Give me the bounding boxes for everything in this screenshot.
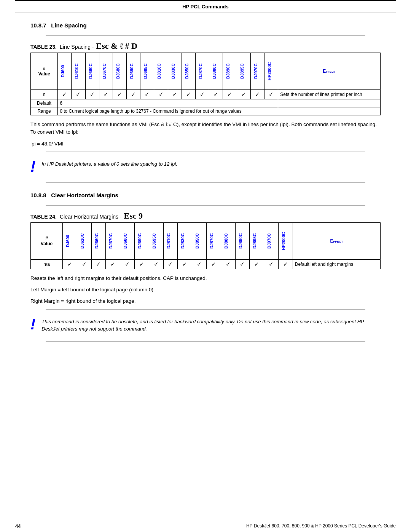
- check-na-610: ✓: [77, 259, 91, 269]
- col-dj600-23: DJ600: [58, 53, 72, 90]
- range-value-23: 0 to Current logical page length up to 3…: [58, 107, 278, 115]
- check-n-870: ✓: [196, 90, 209, 99]
- check-na-850: ✓: [192, 259, 207, 269]
- section2-body1: Resets the left and right margins to the…: [30, 275, 381, 282]
- col-dj895c-24: DJ895C: [250, 222, 264, 259]
- table-24-header-row: #Value DJ600 DJ610C DJ660C DJ670C DJ680C…: [31, 222, 381, 259]
- effect-n: Sets the number of lines printed per inc…: [278, 90, 381, 99]
- check-na-970: ✓: [264, 259, 279, 269]
- section2-body3: Right Margin = right bound of the logica…: [30, 297, 381, 305]
- check-n-830: ✓: [168, 90, 182, 99]
- effect-header-23: Effect: [278, 53, 381, 90]
- check-na-810: ✓: [163, 259, 178, 269]
- main-content: 10.8.7 Line Spacing TABLE 23. Line Spaci…: [0, 22, 411, 342]
- check-n-660: ✓: [85, 90, 99, 99]
- table-23-label: TABLE 23.: [30, 44, 57, 50]
- note-box-1: ! In HP DeskJet printers, a value of 0 s…: [30, 158, 381, 176]
- table-23-label-row: TABLE 23. Line Spacing - Esc & ℓ # D: [30, 41, 381, 51]
- check-n-970: ✓: [250, 90, 264, 99]
- col-dj670c-23: DJ670C: [99, 53, 113, 90]
- check-n-690: ✓: [127, 90, 140, 99]
- col-dj600-24: DJ600: [63, 222, 77, 259]
- col-hp2000c-24: HP2000C: [278, 222, 293, 259]
- section1-body2: lpi = 48.0/ VMI: [30, 140, 381, 148]
- table-24-container: TABLE 24. Clear Horizontal Margins - Esc…: [30, 211, 381, 269]
- row-label-na: n/a: [31, 259, 63, 269]
- col-dj890c-23: DJ890C: [223, 53, 237, 90]
- note-text-1: In HP DeskJet printers, a value of 0 set…: [41, 160, 177, 168]
- col-dj870c-24: DJ870C: [206, 222, 221, 259]
- hash-value-header-24: #Value: [31, 222, 63, 259]
- col-dj695c-24: DJ695C: [149, 222, 163, 259]
- check-n-695: ✓: [140, 90, 154, 99]
- col-dj610c-24: DJ610C: [77, 222, 91, 259]
- table-24-esc: Esc 9: [124, 211, 143, 221]
- check-na-890: ✓: [235, 259, 250, 269]
- col-dj880c-24: DJ880C: [221, 222, 235, 259]
- table-row-24-na: n/a ✓ ✓ ✓ ✓ ✓ ✓ ✓ ✓ ✓ ✓ ✓ ✓ ✓ ✓: [31, 259, 381, 269]
- check-na-870: ✓: [206, 259, 221, 269]
- check-na-2000: ✓: [278, 259, 293, 269]
- col-dj890c-24: DJ890C: [235, 222, 250, 259]
- col-dj880c-23: DJ880C: [209, 53, 223, 90]
- default-value-23: 6: [58, 99, 278, 107]
- effect-na: Default left and right margins: [293, 259, 380, 269]
- effect-header-24: Effect: [293, 222, 380, 259]
- effect-default-23: [278, 99, 381, 107]
- page-footer-area: 44 HP DeskJet 600, 700, 800, 900 & HP 20…: [0, 516, 411, 532]
- col-dj850c-24: DJ850C: [192, 222, 207, 259]
- check-na-695: ✓: [149, 259, 163, 269]
- hash-value-header-23: #Value: [31, 53, 58, 90]
- note-text-2: This command is considered to be obsolet…: [41, 318, 381, 333]
- check-n-670: ✓: [99, 90, 113, 99]
- check-na-670: ✓: [106, 259, 120, 269]
- col-dj695c-23: DJ695C: [140, 53, 154, 90]
- col-dj610c-23: DJ610C: [72, 53, 85, 90]
- table-24-label: TABLE 24.: [30, 214, 57, 220]
- check-n-610: ✓: [72, 90, 85, 99]
- col-dj690c-24: DJ690C: [134, 222, 149, 259]
- check-na-660: ✓: [91, 259, 106, 269]
- col-dj895c-23: DJ895C: [237, 53, 250, 90]
- row-label-n: n: [31, 90, 58, 99]
- section-2-title: 10.8.8 Clear Horizontal Margins: [30, 192, 381, 198]
- col-dj660c-23: DJ660C: [85, 53, 99, 90]
- page-header: HP PCL Commands: [0, 1, 411, 13]
- note2-top-divider: [46, 309, 365, 310]
- table-row-23-range: Range 0 to Current logical page length u…: [31, 107, 381, 115]
- table-24-label-row: TABLE 24. Clear Horizontal Margins - Esc…: [30, 211, 381, 221]
- check-na-880: ✓: [221, 259, 235, 269]
- col-dj690c-23: DJ690C: [127, 53, 140, 90]
- table-24-title-text: Clear Horizontal Margins -: [60, 214, 122, 220]
- check-na-680: ✓: [120, 259, 135, 269]
- check-n-890: ✓: [223, 90, 237, 99]
- exclamation-icon-1: !: [30, 159, 35, 174]
- check-na-690: ✓: [134, 259, 149, 269]
- table-23: #Value DJ600 DJ610C DJ660C DJ670C DJ680C…: [30, 53, 381, 115]
- table-23-container: TABLE 23. Line Spacing - Esc & ℓ # D #Va…: [30, 41, 381, 115]
- check-n-880: ✓: [209, 90, 223, 99]
- check-n-2000: ✓: [264, 90, 278, 99]
- check-na-830: ✓: [178, 259, 192, 269]
- table2-top-divider: [46, 205, 365, 206]
- col-dj680c-23: DJ680C: [113, 53, 126, 90]
- header-title: HP PCL Commands: [182, 4, 229, 10]
- col-dj660c-24: DJ660C: [91, 222, 106, 259]
- section2-body2: Left Margin = left bound of the logical …: [30, 286, 381, 294]
- row-label-default: Default: [31, 99, 58, 107]
- col-dj850c-23: DJ850C: [182, 53, 195, 90]
- row-label-range: Range: [31, 107, 58, 115]
- table-row-23-default: Default 6: [31, 99, 381, 107]
- table-23-header-row: #Value DJ600 DJ610C DJ660C DJ670C DJ680C…: [31, 53, 381, 90]
- check-na-895: ✓: [250, 259, 264, 269]
- col-dj830c-23: DJ830C: [168, 53, 182, 90]
- col-dj810c-23: DJ810C: [154, 53, 168, 90]
- col-dj810c-24: DJ810C: [163, 222, 178, 259]
- note-box-2: ! This command is considered to be obsol…: [30, 316, 381, 335]
- header-divider: [15, 13, 396, 13]
- section-1-title: 10.8.7 Line Spacing: [30, 22, 381, 29]
- col-hp2000c-23: HP2000C: [264, 53, 278, 90]
- table1-top-divider: [46, 35, 365, 36]
- table-23-title-text: Line Spacing -: [60, 44, 94, 50]
- footer-page-number: 44: [15, 523, 21, 529]
